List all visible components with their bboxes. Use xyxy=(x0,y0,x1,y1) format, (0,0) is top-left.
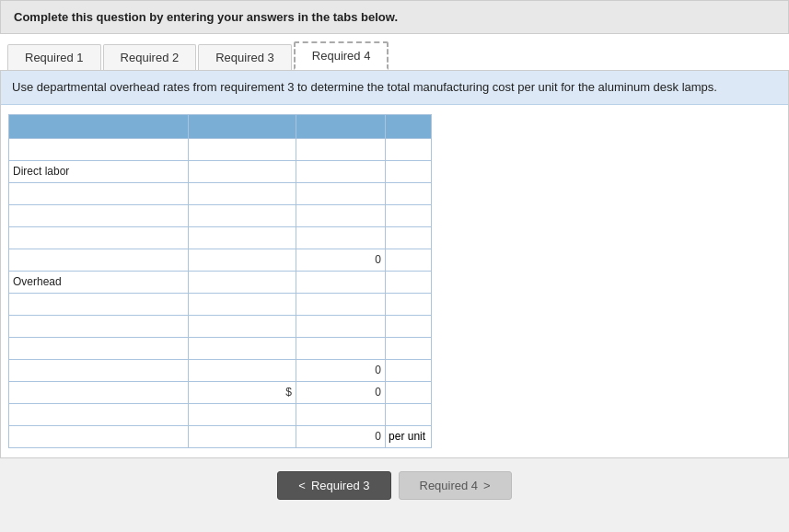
row-col3 xyxy=(296,315,385,337)
table-row xyxy=(9,204,432,226)
tabs-bar: Required 1 Required 2 Required 3 Require… xyxy=(0,34,789,71)
row-input-8a[interactable] xyxy=(13,341,184,354)
row-input-7a[interactable] xyxy=(13,319,184,332)
row-col3 xyxy=(296,337,385,359)
row-input-6a[interactable] xyxy=(13,297,184,310)
oh-sub-col2 xyxy=(189,359,296,381)
row-input-8b[interactable] xyxy=(192,341,292,354)
prev-button-label: Required 3 xyxy=(311,479,370,492)
table-row xyxy=(9,226,432,249)
header-col2 xyxy=(189,114,296,138)
row-col4 xyxy=(386,293,432,315)
row-col3 xyxy=(296,403,385,425)
next-button[interactable]: Required 4 > xyxy=(399,471,512,500)
row-input-2b[interactable] xyxy=(192,187,292,200)
overhead-row: Overhead xyxy=(9,271,432,293)
row-input-5b[interactable] xyxy=(192,253,292,266)
oh-subtotal-row: 0 xyxy=(9,359,432,381)
row-input-6b[interactable] xyxy=(192,297,292,310)
per-unit-row: 0 per unit xyxy=(9,425,432,447)
oh-sub-val: 0 xyxy=(296,359,385,381)
row-label xyxy=(9,337,189,359)
table-row xyxy=(9,403,432,425)
instruction-text: Complete this question by entering your … xyxy=(14,10,398,24)
header-col3 xyxy=(296,114,385,138)
row-label xyxy=(9,182,189,204)
row-label xyxy=(9,403,189,425)
oh-col4 xyxy=(386,271,432,293)
bottom-nav: < Required 3 Required 4 > xyxy=(0,458,789,509)
row-col2 xyxy=(189,182,296,204)
row-input-1c[interactable] xyxy=(300,143,381,156)
table-header-row xyxy=(9,114,432,138)
row-input-7b[interactable] xyxy=(192,319,292,332)
prev-button[interactable]: < Required 3 xyxy=(277,471,390,500)
direct-labor-row: Direct labor xyxy=(9,160,432,182)
row-col2 xyxy=(189,315,296,337)
dl-col4 xyxy=(386,160,432,182)
row-input-9a[interactable] xyxy=(13,364,184,376)
row-input-3b[interactable] xyxy=(192,209,292,222)
row-input-1b[interactable] xyxy=(192,143,292,156)
oh-col2 xyxy=(189,271,296,293)
dollar-col4 xyxy=(386,381,432,403)
row-label xyxy=(9,204,189,226)
dollar-val: 0 xyxy=(296,381,385,403)
dl-col2 xyxy=(189,160,296,182)
row-input-3a[interactable] xyxy=(13,209,184,222)
dl-sub-col4 xyxy=(386,249,432,271)
oh-col3 xyxy=(296,271,385,293)
dollar-total-row: $ 0 xyxy=(9,381,432,403)
row-input-5a[interactable] xyxy=(13,253,184,266)
dollar-label xyxy=(9,381,189,403)
tab-required2[interactable]: Required 2 xyxy=(103,44,197,70)
row-input-1a[interactable] xyxy=(13,143,184,156)
table-row xyxy=(9,337,432,359)
table-container: Direct labor xyxy=(1,105,788,457)
per-unit-label xyxy=(9,425,189,447)
row-label xyxy=(9,226,189,249)
direct-labor-label: Direct labor xyxy=(9,160,189,182)
row-col3 xyxy=(296,182,385,204)
tab-required3[interactable]: Required 3 xyxy=(198,44,292,70)
row-label xyxy=(9,315,189,337)
row-col3 xyxy=(296,226,385,249)
dl-col3 xyxy=(296,160,385,182)
tab-required4[interactable]: Required 4 xyxy=(294,41,389,70)
prev-arrow-icon: < xyxy=(298,479,306,492)
per-unit-val: 0 xyxy=(296,425,385,447)
row-input-2a[interactable] xyxy=(13,187,184,200)
overhead-label: Overhead xyxy=(9,271,189,293)
row-input-10b[interactable] xyxy=(192,408,292,421)
oh-sub-col4 xyxy=(386,359,432,381)
page-wrapper: Complete this question by entering your … xyxy=(0,0,789,532)
dl-sub-val: 0 xyxy=(296,249,385,271)
per-unit-col2 xyxy=(189,425,296,447)
row-input-9b[interactable] xyxy=(192,364,292,376)
row-label xyxy=(9,138,189,160)
row-col2 xyxy=(189,403,296,425)
row-col4 xyxy=(386,337,432,359)
row-input-4a[interactable] xyxy=(13,231,184,244)
row-input-11b[interactable] xyxy=(192,430,292,443)
row-col4 xyxy=(386,182,432,204)
tab-required1[interactable]: Required 1 xyxy=(7,44,101,70)
cost-table: Direct labor xyxy=(8,114,432,448)
row-input-10a[interactable] xyxy=(13,408,184,421)
row-col4 xyxy=(386,226,432,249)
header-col4 xyxy=(386,114,432,138)
row-label xyxy=(9,293,189,315)
description-bar: Use departmental overhead rates from req… xyxy=(1,71,788,105)
table-row xyxy=(9,315,432,337)
dl-sub-label xyxy=(9,249,189,271)
row-col3 xyxy=(296,204,385,226)
row-col2 xyxy=(189,226,296,249)
next-arrow-icon: > xyxy=(483,479,491,492)
row-input-4b[interactable] xyxy=(192,231,292,244)
description-text: Use departmental overhead rates from req… xyxy=(12,80,717,94)
table-row xyxy=(9,293,432,315)
next-button-label: Required 4 xyxy=(420,479,479,492)
row-input-11a[interactable] xyxy=(13,430,184,443)
dl-subtotal-row: 0 xyxy=(9,249,432,271)
row-col3 xyxy=(296,293,385,315)
